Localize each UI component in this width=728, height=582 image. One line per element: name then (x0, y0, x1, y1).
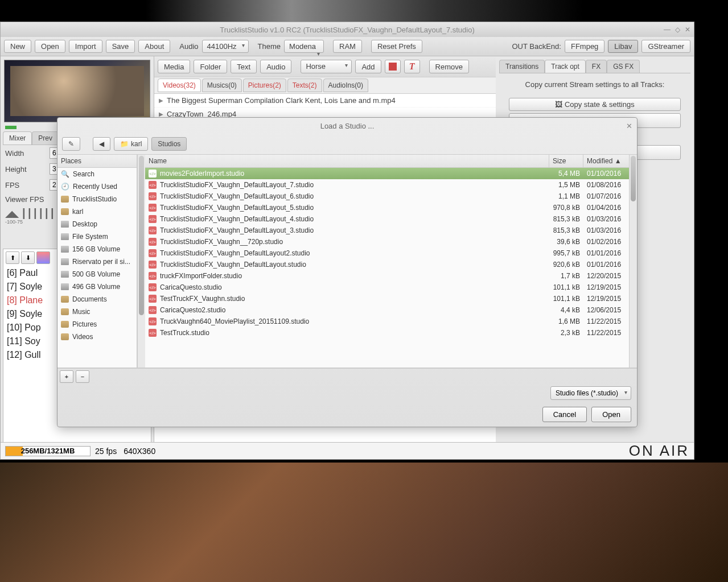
col-size[interactable]: Size (549, 155, 583, 167)
folder-icon (61, 321, 69, 328)
file-size: 101,1 kB (549, 283, 583, 291)
file-row[interactable]: </>CaricaQuesto.studio101,1 kB12/19/2015 (145, 282, 629, 293)
add-button[interactable]: Add (355, 60, 381, 73)
place-item[interactable]: Videos (57, 331, 137, 343)
place-item[interactable]: TrucklistStudio (57, 193, 137, 205)
tab-videos[interactable]: Videos(32) (158, 79, 201, 92)
place-item[interactable]: File System (57, 230, 137, 243)
col-modified[interactable]: Modified ▲ (583, 155, 629, 167)
about-button[interactable]: About (138, 40, 170, 53)
dialog-close-icon[interactable]: ✕ (626, 122, 632, 130)
text-button[interactable]: Text (231, 60, 257, 73)
place-item[interactable]: 🔍Search (57, 168, 137, 180)
tab-gs-fx[interactable]: GS FX (607, 60, 640, 73)
gstreamer-button[interactable]: GStreamer (641, 40, 690, 53)
move-up-icon[interactable]: ⬆ (6, 251, 19, 264)
file-row[interactable]: </>TrucklistStudioFX_Vaughn_DefaultLayou… (145, 259, 629, 270)
place-label: Desktop (72, 220, 97, 228)
places-header: Places (57, 155, 137, 168)
file-row[interactable]: </>TrucklistStudioFX_Vaughn_DefaultLayou… (145, 191, 629, 202)
remove-button[interactable]: Remove (429, 60, 469, 73)
tab-fx[interactable]: FX (586, 60, 607, 73)
open-file-button[interactable]: Open (591, 407, 631, 422)
tab-preview[interactable]: Prev (32, 131, 59, 145)
studio-file-icon: </> (149, 181, 157, 189)
file-row[interactable]: </>TestTruck.studio2,3 kB11/22/2015 (145, 327, 629, 339)
place-item[interactable]: Music (57, 306, 137, 318)
places-scrollbar[interactable] (137, 155, 145, 368)
remove-place-icon[interactable]: − (76, 370, 89, 383)
place-label: karl (72, 208, 83, 216)
file-row[interactable]: </>movies2FolderImport.studio5,4 MB01/10… (145, 168, 629, 179)
place-item[interactable]: 500 GB Volume (57, 268, 137, 280)
open-button[interactable]: Open (35, 40, 65, 53)
file-modified: 01/01/2016 (583, 261, 629, 269)
transition-combo[interactable]: Horse (301, 60, 352, 73)
file-row[interactable]: </>TrucklistStudioFX_Vaughn__720p.studio… (145, 236, 629, 247)
path-home[interactable]: 📁 karl (114, 137, 148, 151)
file-row[interactable]: </>CaricaQuesto2.studio4,4 kB12/06/2015 (145, 304, 629, 316)
ffmpeg-button[interactable]: FFmpeg (565, 40, 604, 53)
place-item[interactable]: Desktop (57, 218, 137, 230)
tab-track-opt[interactable]: Track opt (545, 60, 586, 73)
folder-icon (61, 208, 69, 215)
folder-icon (61, 196, 69, 203)
add-place-icon[interactable]: + (60, 370, 73, 383)
file-modified: 12/06/2015 (583, 306, 629, 314)
path-studios[interactable]: Studios (151, 137, 187, 151)
file-row[interactable]: </>TestTruckFX_Vaughn.studio101,1 kB12/1… (145, 293, 629, 304)
tab-transitions[interactable]: Transitions (499, 60, 545, 73)
file-row[interactable]: </>TrucklistStudioFX_Vaughn_DefaultLayou… (145, 225, 629, 236)
file-row[interactable]: </>TrucklistStudioFX_Vaughn_DefaultLayou… (145, 247, 629, 259)
file-name: CaricaQuesto.studio (160, 283, 222, 291)
files-scrollbar[interactable] (629, 155, 637, 368)
maximize-icon[interactable]: ◇ (675, 26, 680, 34)
tab-mixer[interactable]: Mixer (3, 131, 32, 145)
media-item[interactable]: ▶The Biggest Superman Compilation Clark … (154, 94, 496, 108)
tab-musics[interactable]: Musics(0) (202, 79, 242, 92)
file-size: 970,8 kB (549, 204, 583, 212)
file-modified: 12/19/2015 (583, 295, 629, 303)
place-item[interactable]: Riservato per il si... (57, 255, 137, 268)
place-item[interactable]: Documents (57, 293, 137, 306)
file-row[interactable]: </>TrucklistStudioFX_Vaughn_DefaultLayou… (145, 213, 629, 225)
file-row[interactable]: </>TrucklistStudioFX_Vaughn_DefaultLayou… (145, 179, 629, 191)
theme-combo[interactable]: Modena (284, 40, 324, 53)
path-back-icon[interactable]: ◀ (93, 137, 110, 151)
path-edit-icon[interactable]: ✎ (62, 137, 80, 151)
close-icon[interactable]: ✕ (685, 26, 690, 34)
save-button[interactable]: Save (106, 40, 135, 53)
col-name[interactable]: Name (145, 155, 549, 167)
cancel-button[interactable]: Cancel (542, 407, 587, 422)
place-item[interactable]: 496 GB Volume (57, 280, 137, 293)
place-label: TrucklistStudio (72, 195, 117, 203)
file-row[interactable]: </>TrucklistStudioFX_Vaughn_DefaultLayou… (145, 202, 629, 213)
tab-texts[interactable]: Texts(2) (287, 79, 322, 92)
place-item[interactable]: karl (57, 205, 137, 218)
audio-button[interactable]: Audio (260, 60, 291, 73)
ram-button[interactable]: RAM (333, 40, 362, 53)
new-button[interactable]: New (4, 40, 31, 53)
file-filter-combo[interactable]: Studio files (*.studio) (550, 386, 631, 400)
folder-button[interactable]: Folder (194, 60, 227, 73)
move-down-icon[interactable]: ⬇ (21, 251, 35, 264)
place-item[interactable]: 156 GB Volume (57, 243, 137, 255)
audio-rate-combo[interactable]: 44100Hz (202, 40, 249, 53)
file-name: TrucklistStudioFX_Vaughn_DefaultLayout_6… (160, 192, 314, 200)
libav-button[interactable]: Libav (608, 40, 638, 53)
file-row[interactable]: </>TruckVaughn640_MoviePlaylist_20151109… (145, 316, 629, 327)
copy-state-button[interactable]: 🖼 Copy state & settings (509, 98, 681, 111)
effect-icon-1[interactable] (385, 60, 401, 73)
tab-pictures[interactable]: Pictures(2) (243, 79, 286, 92)
place-item[interactable]: Pictures (57, 318, 137, 331)
reset-prefs-button[interactable]: Reset Prefs (371, 40, 422, 53)
import-button[interactable]: Import (69, 40, 102, 53)
text-style-icon[interactable]: T (404, 60, 420, 73)
minimize-icon[interactable]: — (664, 26, 671, 34)
media-button[interactable]: Media (158, 60, 190, 73)
list-icon[interactable] (36, 251, 50, 264)
tab-audioins[interactable]: AudioIns(0) (323, 79, 368, 92)
disk-icon (61, 283, 69, 290)
file-row[interactable]: </>truckFXImportFolder.studio1,7 kB12/20… (145, 270, 629, 282)
place-item[interactable]: 🕘Recently Used (57, 180, 137, 193)
